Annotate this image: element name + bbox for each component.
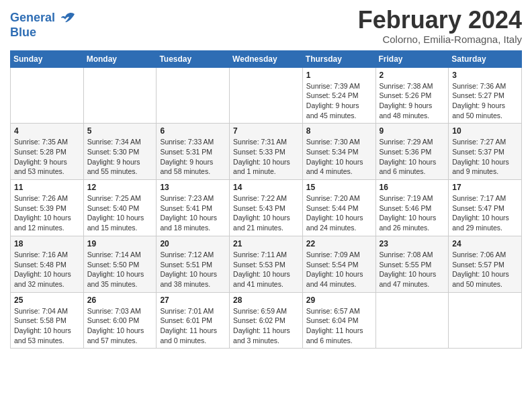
calendar-header-friday: Friday (375, 50, 449, 67)
day-info: Sunrise: 7:01 AMSunset: 6:01 PMDaylight:… (160, 306, 226, 346)
day-number: 7 (233, 126, 299, 136)
logo-line1: General (10, 10, 76, 26)
calendar-header-monday: Monday (83, 50, 157, 67)
calendar-cell: 15Sunrise: 7:20 AMSunset: 5:44 PMDayligh… (302, 180, 375, 236)
calendar-cell: 16Sunrise: 7:19 AMSunset: 5:46 PMDayligh… (375, 180, 449, 236)
calendar-cell: 4Sunrise: 7:35 AMSunset: 5:28 PMDaylight… (11, 124, 84, 180)
calendar-cell: 22Sunrise: 7:09 AMSunset: 5:54 PMDayligh… (302, 236, 375, 292)
day-number: 1 (306, 71, 372, 80)
day-info: Sunrise: 6:57 AMSunset: 6:04 PMDaylight:… (306, 306, 372, 346)
calendar-cell: 7Sunrise: 7:31 AMSunset: 5:33 PMDaylight… (230, 124, 303, 180)
calendar-cell: 25Sunrise: 7:04 AMSunset: 5:58 PMDayligh… (11, 292, 84, 349)
day-number: 29 (306, 295, 372, 305)
calendar-cell: 14Sunrise: 7:22 AMSunset: 5:43 PMDayligh… (230, 180, 303, 236)
calendar-cell: 26Sunrise: 7:03 AMSunset: 6:00 PMDayligh… (83, 292, 157, 349)
day-info: Sunrise: 7:30 AMSunset: 5:34 PMDaylight:… (306, 137, 372, 177)
day-info: Sunrise: 7:34 AMSunset: 5:30 PMDaylight:… (87, 137, 153, 177)
header: General Blue February 2024 Colorno, Emil… (10, 7, 522, 45)
calendar-week-3: 11Sunrise: 7:26 AMSunset: 5:39 PMDayligh… (11, 180, 522, 236)
day-info: Sunrise: 7:19 AMSunset: 5:46 PMDaylight:… (380, 193, 445, 233)
day-number: 16 (380, 183, 445, 192)
title-area: February 2024 Colorno, Emilia-Romagna, I… (358, 7, 522, 45)
calendar-cell: 5Sunrise: 7:34 AMSunset: 5:30 PMDaylight… (83, 124, 157, 180)
day-info: Sunrise: 7:04 AMSunset: 5:58 PMDaylight:… (14, 306, 80, 346)
calendar-header-thursday: Thursday (302, 50, 375, 67)
calendar-cell: 10Sunrise: 7:27 AMSunset: 5:37 PMDayligh… (449, 124, 522, 180)
calendar-cell (230, 67, 303, 124)
day-number: 15 (306, 183, 372, 192)
calendar-cell: 18Sunrise: 7:16 AMSunset: 5:48 PMDayligh… (11, 236, 84, 292)
calendar-cell: 21Sunrise: 7:11 AMSunset: 5:53 PMDayligh… (230, 236, 303, 292)
logo: General Blue (10, 10, 76, 40)
calendar-cell: 1Sunrise: 7:39 AMSunset: 5:24 PMDaylight… (302, 67, 375, 124)
calendar-cell: 20Sunrise: 7:12 AMSunset: 5:51 PMDayligh… (157, 236, 230, 292)
day-info: Sunrise: 7:20 AMSunset: 5:44 PMDaylight:… (306, 193, 372, 233)
day-number: 19 (87, 239, 153, 248)
day-number: 25 (14, 295, 80, 305)
day-info: Sunrise: 7:12 AMSunset: 5:51 PMDaylight:… (160, 250, 226, 289)
calendar-cell: 9Sunrise: 7:29 AMSunset: 5:36 PMDaylight… (375, 124, 449, 180)
day-info: Sunrise: 7:03 AMSunset: 6:00 PMDaylight:… (87, 306, 153, 346)
day-number: 5 (87, 126, 153, 136)
day-info: Sunrise: 7:26 AMSunset: 5:39 PMDaylight:… (14, 193, 80, 233)
calendar-week-1: 1Sunrise: 7:39 AMSunset: 5:24 PMDaylight… (11, 67, 522, 124)
day-number: 12 (87, 183, 153, 192)
calendar-header-row: SundayMondayTuesdayWednesdayThursdayFrid… (11, 50, 522, 67)
day-number: 27 (160, 295, 226, 305)
day-number: 18 (14, 239, 80, 248)
day-info: Sunrise: 7:31 AMSunset: 5:33 PMDaylight:… (233, 137, 299, 177)
logo-bird-icon (60, 10, 76, 26)
day-number: 2 (380, 71, 445, 80)
calendar-table: SundayMondayTuesdayWednesdayThursdayFrid… (10, 50, 522, 349)
day-number: 23 (380, 239, 445, 248)
calendar-cell: 6Sunrise: 7:33 AMSunset: 5:31 PMDaylight… (157, 124, 230, 180)
day-number: 13 (160, 183, 226, 192)
calendar-cell: 3Sunrise: 7:36 AMSunset: 5:27 PMDaylight… (449, 67, 522, 124)
day-number: 24 (452, 239, 518, 248)
day-number: 9 (380, 126, 445, 136)
calendar-cell: 27Sunrise: 7:01 AMSunset: 6:01 PMDayligh… (157, 292, 230, 349)
calendar-cell (157, 67, 230, 124)
day-number: 17 (452, 183, 518, 192)
day-number: 28 (233, 295, 299, 305)
calendar-cell: 24Sunrise: 7:06 AMSunset: 5:57 PMDayligh… (449, 236, 522, 292)
day-info: Sunrise: 7:09 AMSunset: 5:54 PMDaylight:… (306, 250, 372, 289)
day-info: Sunrise: 6:59 AMSunset: 6:02 PMDaylight:… (233, 306, 299, 346)
calendar-cell (11, 67, 84, 124)
day-info: Sunrise: 7:14 AMSunset: 5:50 PMDaylight:… (87, 250, 153, 289)
day-number: 3 (452, 71, 518, 80)
calendar-cell: 28Sunrise: 6:59 AMSunset: 6:02 PMDayligh… (230, 292, 303, 349)
calendar-cell: 8Sunrise: 7:30 AMSunset: 5:34 PMDaylight… (302, 124, 375, 180)
calendar-header-sunday: Sunday (11, 50, 84, 67)
calendar-cell: 23Sunrise: 7:08 AMSunset: 5:55 PMDayligh… (375, 236, 449, 292)
day-info: Sunrise: 7:33 AMSunset: 5:31 PMDaylight:… (160, 137, 226, 177)
day-number: 10 (452, 126, 518, 136)
day-info: Sunrise: 7:22 AMSunset: 5:43 PMDaylight:… (233, 193, 299, 233)
day-info: Sunrise: 7:38 AMSunset: 5:26 PMDaylight:… (380, 81, 445, 121)
day-number: 26 (87, 295, 153, 305)
calendar-header-wednesday: Wednesday (230, 50, 303, 67)
calendar-cell: 19Sunrise: 7:14 AMSunset: 5:50 PMDayligh… (83, 236, 157, 292)
calendar-week-4: 18Sunrise: 7:16 AMSunset: 5:48 PMDayligh… (11, 236, 522, 292)
calendar-week-2: 4Sunrise: 7:35 AMSunset: 5:28 PMDaylight… (11, 124, 522, 180)
calendar-cell (83, 67, 157, 124)
logo-general: General (10, 11, 55, 24)
day-number: 4 (14, 126, 80, 136)
day-number: 8 (306, 126, 372, 136)
day-info: Sunrise: 7:08 AMSunset: 5:55 PMDaylight:… (380, 250, 445, 289)
day-info: Sunrise: 7:23 AMSunset: 5:41 PMDaylight:… (160, 193, 226, 233)
calendar-cell: 13Sunrise: 7:23 AMSunset: 5:41 PMDayligh… (157, 180, 230, 236)
day-info: Sunrise: 7:27 AMSunset: 5:37 PMDaylight:… (452, 137, 518, 177)
calendar-cell (449, 292, 522, 349)
day-number: 20 (160, 239, 226, 248)
day-info: Sunrise: 7:17 AMSunset: 5:47 PMDaylight:… (452, 193, 518, 233)
calendar-cell (375, 292, 449, 349)
day-info: Sunrise: 7:29 AMSunset: 5:36 PMDaylight:… (380, 137, 445, 177)
calendar-cell: 17Sunrise: 7:17 AMSunset: 5:47 PMDayligh… (449, 180, 522, 236)
day-info: Sunrise: 7:39 AMSunset: 5:24 PMDaylight:… (306, 81, 372, 121)
day-number: 11 (14, 183, 80, 192)
calendar-cell: 2Sunrise: 7:38 AMSunset: 5:26 PMDaylight… (375, 67, 449, 124)
day-info: Sunrise: 7:25 AMSunset: 5:40 PMDaylight:… (87, 193, 153, 233)
calendar-header-saturday: Saturday (449, 50, 522, 67)
calendar-header-tuesday: Tuesday (157, 50, 230, 67)
